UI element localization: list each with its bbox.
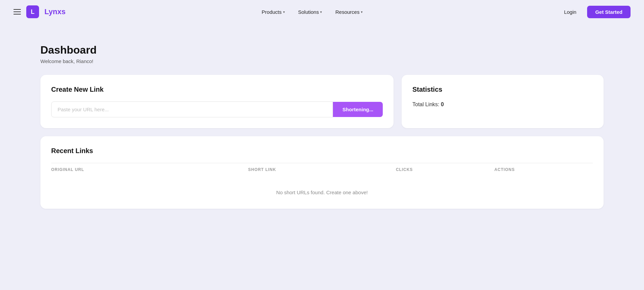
get-started-button[interactable]: Get Started <box>587 6 631 18</box>
col-header-actions: ACTIONS <box>494 167 593 172</box>
recent-links-card: Recent Links ORIGINAL URL SHORT LINK CLI… <box>40 136 604 209</box>
hamburger-icon[interactable] <box>13 9 21 14</box>
col-header-original-url: ORIGINAL URL <box>51 167 248 172</box>
table-header: ORIGINAL URL SHORT LINK CLICKS ACTIONS <box>51 163 593 176</box>
url-input[interactable] <box>51 102 333 117</box>
url-input-row: Shortening... <box>51 102 383 117</box>
nav-item-solutions-label: Solutions <box>298 9 319 15</box>
logo-box: L <box>26 5 39 18</box>
total-links-value: 0 <box>441 102 444 107</box>
nav-item-products-label: Products <box>262 9 281 15</box>
login-button[interactable]: Login <box>558 6 582 18</box>
nav-item-resources-label: Resources <box>335 9 360 15</box>
nav-center: Products ▾ Solutions ▾ Resources ▾ <box>256 6 368 18</box>
col-header-clicks: CLICKS <box>396 167 495 172</box>
chevron-down-icon: ▾ <box>320 10 322 14</box>
cards-row: Create New Link Shortening... Statistics… <box>40 75 604 128</box>
table-empty-message: No short URLs found. Create one above! <box>51 176 593 209</box>
main-content: Dashboard Welcome back, Rianco! Create N… <box>0 24 644 222</box>
create-link-card: Create New Link Shortening... <box>40 75 394 128</box>
nav-right: Login Get Started <box>558 6 631 18</box>
navbar: L Lynxs Products ▾ Solutions ▾ Resources… <box>0 0 644 24</box>
create-link-card-title: Create New Link <box>51 86 383 93</box>
brand-name: Lynxs <box>44 7 66 16</box>
page-subtitle: Welcome back, Rianco! <box>40 58 604 64</box>
statistics-card: Statistics Total Links: 0 <box>402 75 604 128</box>
total-links-label: Total Links: 0 <box>412 102 593 108</box>
shorten-button[interactable]: Shortening... <box>333 102 383 117</box>
chevron-down-icon: ▾ <box>283 10 285 14</box>
nav-left: L Lynxs <box>13 5 66 18</box>
statistics-card-title: Statistics <box>412 86 593 93</box>
recent-links-title: Recent Links <box>51 147 593 155</box>
nav-item-resources[interactable]: Resources ▾ <box>330 6 368 18</box>
nav-item-solutions[interactable]: Solutions ▾ <box>293 6 328 18</box>
nav-item-products[interactable]: Products ▾ <box>256 6 290 18</box>
col-header-short-link: SHORT LINK <box>248 167 396 172</box>
logo-letter: L <box>31 8 35 16</box>
page-title: Dashboard <box>40 44 604 56</box>
chevron-down-icon: ▾ <box>361 10 363 14</box>
